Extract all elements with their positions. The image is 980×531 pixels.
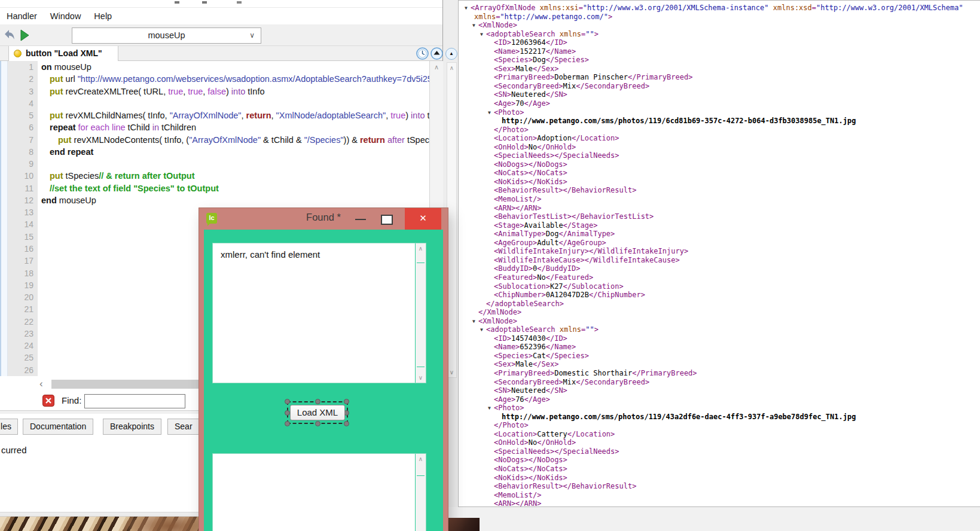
line-number[interactable]: 6 [8,121,38,133]
find-input[interactable] [84,394,185,408]
code-line[interactable]: end mouseUp [38,194,429,206]
revert-arrow-icon[interactable] [2,28,16,42]
line-number[interactable]: 15 [8,231,38,243]
collapse-arrow-icon[interactable]: ▼ [480,326,486,334]
line-number[interactable]: 7 [8,134,38,146]
code-line[interactable]: put revCreateXMLTree( tURL, true, true, … [38,86,429,97]
field-scrollbar[interactable]: ∧ ∨ [415,243,426,383]
scroll-down-arrow-icon[interactable]: ∨ [416,374,426,381]
collapse-arrow-icon[interactable]: ▼ [472,22,478,30]
line-number[interactable]: 8 [8,146,38,158]
scroll-left-arrow-icon[interactable]: ‹ [39,378,43,390]
line-number[interactable]: 16 [8,243,38,255]
maximize-button[interactable] [378,211,394,227]
code-line[interactable] [38,158,429,170]
line-number[interactable]: 2 [8,73,38,85]
background-vertical-scrollbar[interactable]: ∧ ∨ [447,62,457,378]
collapse-arrow-icon[interactable]: ▼ [488,109,494,117]
line-number[interactable]: 19 [8,279,38,291]
bottom-tab-sear[interactable]: Sear [167,419,200,435]
xml-token: Adoption [537,134,572,142]
selection-handle[interactable] [285,399,290,404]
menu-handler[interactable]: Handler [0,11,44,21]
line-number[interactable]: 9 [8,158,38,170]
minimize-button[interactable] [353,211,369,227]
scroll-up-arrow-icon[interactable]: ∧ [430,63,443,71]
xml-token: <NoCats></NoCats> [494,169,567,177]
handler-dropdown[interactable]: mouseUp ∨ [72,28,261,44]
load-xml-button[interactable]: Load XML [290,405,345,420]
line-number[interactable]: 4 [8,97,38,109]
collapse-arrow-icon[interactable]: ▼ [472,318,478,326]
code-line[interactable]: on mouseUp [38,61,429,73]
code-line[interactable]: put revXMLNodeContents( tInfo, ("ArrayOf… [38,134,429,146]
xml-token: </AnimalType> [558,230,615,238]
output-field-text: xmlerr, can't find element [221,249,320,260]
selection-handle[interactable] [344,399,349,404]
scroll-up-arrow-icon[interactable]: ∧ [447,65,456,71]
output-field[interactable]: xmlerr, can't find element ∧ ∨ [212,243,426,383]
result-field[interactable]: ∧ [212,453,426,531]
xml-line: <Sex>Male</Sex> [461,360,980,369]
line-number[interactable]: 1 [8,61,38,73]
code-line[interactable]: repeat for each line tChild in tChildren [38,121,429,133]
field-scrollbar[interactable]: ∧ [415,454,426,531]
line-number[interactable]: 22 [8,316,38,328]
bottom-tab-breakpoints[interactable]: Breakpoints [103,419,161,435]
line-number[interactable]: 25 [8,352,38,364]
scroll-up-arrow-icon[interactable]: ∧ [416,456,426,462]
scroll-to-top-icon[interactable]: ▲ [445,48,457,60]
breakpoint-gutter[interactable] [0,61,8,376]
bottom-tab-les[interactable]: les [0,419,18,435]
title-bar[interactable]: lc Found * ✕ [199,208,448,230]
code-line[interactable]: put url "http://www.petango.com/webservi… [38,73,429,85]
collapse-arrow-icon[interactable]: ▼ [488,404,494,413]
tab-button-load-xml[interactable]: button "Load XML" [8,46,118,61]
code-line[interactable]: //set the text of field "Species" to tOu… [38,182,429,194]
line-number[interactable]: 23 [8,328,38,340]
line-number[interactable]: 13 [8,206,38,218]
xml-line: <Age>70</Age> [461,99,980,108]
line-number[interactable]: 21 [8,303,38,315]
code-line[interactable]: end repeat [38,146,429,158]
selection-handle[interactable] [344,421,349,426]
scroll-down-arrow-icon[interactable]: ∨ [447,369,456,376]
collapse-arrow-icon[interactable]: ▼ [480,30,486,39]
close-find-icon[interactable] [42,395,54,407]
selection-handle[interactable] [315,399,320,404]
scroll-up-arrow-icon[interactable]: ∧ [416,245,426,252]
line-number[interactable]: 14 [8,218,38,230]
xml-token: </Name> [546,47,576,56]
menu-help[interactable]: Help [87,11,118,21]
collapse-up-icon[interactable] [431,47,443,60]
bottom-tab-documentation[interactable]: Documentation [23,419,93,435]
xml-token: <OnHold> [494,438,529,447]
xml-token: </Age> [524,99,550,108]
line-number-gutter: 1234567891011121314151617181920212223242… [8,61,38,376]
line-number[interactable]: 26 [8,364,38,376]
selection-handle[interactable] [285,421,290,426]
line-number[interactable]: 18 [8,267,38,279]
code-line[interactable]: put tSpecies// & return after tOutput [38,170,429,182]
history-clock-icon[interactable] [416,47,429,60]
xml-token: <XmlNode> [478,317,517,325]
line-number[interactable]: 12 [8,194,38,206]
code-token: put [50,87,63,96]
line-number[interactable]: 24 [8,340,38,352]
line-number[interactable]: 3 [8,86,38,97]
xml-line: ▼<XmlNode> [461,317,980,326]
line-number[interactable]: 10 [8,170,38,182]
line-number[interactable]: 20 [8,291,38,303]
collapse-arrow-icon[interactable]: ▼ [465,4,471,13]
code-line[interactable] [38,97,429,109]
line-number[interactable]: 11 [8,182,38,194]
apply-play-icon[interactable] [19,29,30,42]
code-line[interactable]: put revXMLChildNames( tInfo, "ArrayOfXml… [38,109,429,121]
selection-handle[interactable] [315,421,320,426]
line-number[interactable]: 17 [8,255,38,267]
selection-handle[interactable] [285,410,290,416]
close-button[interactable]: ✕ [405,208,441,230]
menu-window[interactable]: Window [44,11,88,21]
xml-token: </Sex> [533,65,558,73]
line-number[interactable]: 5 [8,109,38,121]
